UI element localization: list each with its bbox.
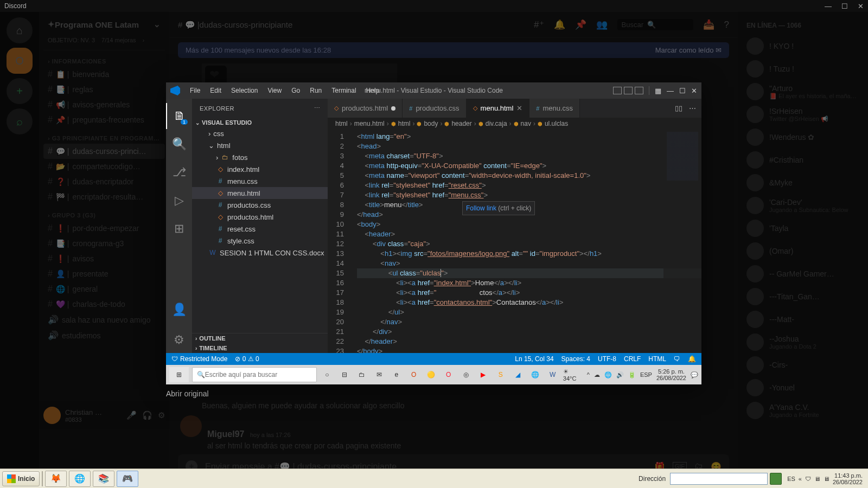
- member-item[interactable]: !SrHeisenTwitter @SrHeisen 📢: [743, 103, 863, 126]
- chrome-taskbar-icon[interactable]: 🌐: [69, 471, 91, 487]
- member-item[interactable]: "Arturo📕 El ayer es historia, el maña…: [743, 80, 863, 103]
- address-input[interactable]: [670, 473, 768, 485]
- network-icon[interactable]: 🌐: [604, 371, 612, 378]
- channel-avisos[interactable]: #📢 | avisos-generales: [43, 97, 165, 112]
- menu-edit[interactable]: Edit: [206, 85, 226, 97]
- tray-chevron-icon[interactable]: «: [799, 476, 802, 482]
- accounts-icon[interactable]: 👤: [166, 299, 192, 325]
- tree-file-prodcss[interactable]: #productos.css: [192, 199, 328, 211]
- chrome-icon[interactable]: 🌐: [528, 368, 542, 382]
- task-view-icon[interactable]: ⊟: [337, 368, 352, 382]
- member-item[interactable]: ! Tuzu !: [743, 57, 863, 80]
- indent-status[interactable]: Spaces: 4: [561, 355, 590, 363]
- category-grupo3[interactable]: › GRUPO 3 (G3): [43, 204, 165, 221]
- language-indicator[interactable]: ES: [787, 476, 795, 482]
- tab-productos-html[interactable]: ◇productos.html: [328, 99, 403, 118]
- category-g3[interactable]: › G3 PRINCIPIANTE EN PROGRAM…: [43, 127, 165, 144]
- security-icon[interactable]: 🛡: [805, 476, 811, 482]
- member-item[interactable]: ! KYO !: [743, 35, 863, 57]
- youtube-icon[interactable]: ▶: [476, 368, 490, 382]
- member-item[interactable]: -- GarMel Gamer…: [743, 262, 863, 285]
- channel-comparte[interactable]: #📂 | compartetucodigo…: [43, 159, 165, 174]
- vscode-taskbar-icon[interactable]: ◢: [511, 368, 525, 382]
- avatar[interactable]: [43, 407, 61, 424]
- opera-icon[interactable]: O: [442, 368, 456, 382]
- member-item[interactable]: A'Yana C.V.Jugando a Fortnite: [743, 399, 863, 422]
- feedback-icon[interactable]: 🗨: [674, 355, 680, 363]
- members-icon[interactable]: 👥: [596, 19, 608, 30]
- cursor-position[interactable]: Ln 15, Col 34: [515, 355, 553, 363]
- explorer-icon[interactable]: 🗎1: [166, 103, 192, 129]
- breadcrumb-segment[interactable]: html: [335, 120, 348, 127]
- edge-icon[interactable]: e: [390, 368, 404, 382]
- window-controls[interactable]: — ☐ ✕: [825, 2, 864, 10]
- onedrive-icon[interactable]: ☁: [594, 371, 600, 378]
- close-icon[interactable]: ✕: [858, 2, 864, 10]
- tree-file-prodhtml[interactable]: ◇productos.html: [192, 211, 328, 223]
- member-item[interactable]: ---Matt-: [743, 308, 863, 331]
- maximize-icon[interactable]: ☐: [841, 2, 848, 10]
- app-icon[interactable]: 🟡: [424, 368, 438, 382]
- help-icon[interactable]: ?: [724, 20, 729, 30]
- avatar[interactable]: [180, 415, 202, 437]
- member-item[interactable]: 'Cari-Dev'Jugando a Subnautica: Below: [743, 194, 863, 217]
- server-header[interactable]: ✦ Programa ONE Latam ⌄: [43, 17, 165, 35]
- tray-icon[interactable]: 🖥: [814, 476, 820, 482]
- open-original-link[interactable]: Abrir original: [166, 389, 209, 398]
- search-input[interactable]: Buscar 🔍: [617, 19, 693, 30]
- notifications-icon[interactable]: 🔔: [554, 19, 565, 30]
- breadcrumb-segment[interactable]: html: [398, 120, 411, 127]
- outline-section[interactable]: ›OUTLINE: [192, 333, 328, 343]
- office-icon[interactable]: O: [407, 368, 421, 382]
- channel-charlas[interactable]: #💜 | charlas-de-todo: [43, 297, 165, 312]
- settings-icon[interactable]: ⚙: [158, 410, 165, 420]
- channel-sala[interactable]: 🔊sala haz una nuevo amigo: [43, 312, 165, 328]
- tab-productos-css[interactable]: #productos.css: [403, 99, 466, 118]
- member-item[interactable]: -Yonuel: [743, 376, 863, 399]
- tree-file-style[interactable]: #style.css: [192, 235, 328, 247]
- language-indicator[interactable]: ESP: [640, 371, 652, 378]
- close-icon[interactable]: ✕: [691, 87, 697, 95]
- channel-bienvenida[interactable]: #📋 | bienvenida: [43, 67, 165, 82]
- breadcrumb-segment[interactable]: body: [424, 120, 438, 127]
- tree-folder-fotos[interactable]: ›🗀fotos: [192, 151, 328, 163]
- minimize-icon[interactable]: —: [825, 2, 832, 10]
- category-info[interactable]: › INFORMACIONES: [43, 50, 165, 67]
- discord-taskbar-icon[interactable]: 🎮: [117, 471, 138, 487]
- breadcrumb-segment[interactable]: nav: [521, 120, 531, 127]
- menu-run[interactable]: Run: [305, 85, 326, 97]
- start-button[interactable]: ⊞: [169, 367, 189, 382]
- word-icon[interactable]: W: [546, 368, 560, 382]
- winrar-taskbar-icon[interactable]: 📚: [93, 471, 114, 487]
- mark-read-button[interactable]: Marcar como leído ✉: [655, 46, 722, 54]
- layout-controls[interactable]: [613, 87, 643, 94]
- inbox-icon[interactable]: 📥: [703, 19, 714, 30]
- battery-icon[interactable]: 🔋: [628, 371, 636, 378]
- add-server-icon[interactable]: +: [7, 78, 33, 104]
- start-button[interactable]: Inicio: [2, 471, 40, 486]
- member-item[interactable]: #Cristhian: [743, 149, 863, 171]
- clock[interactable]: 5:26 p. m.26/08/2022: [656, 368, 686, 381]
- search-icon[interactable]: 🔍: [166, 131, 192, 157]
- pinned-icon[interactable]: 📌: [575, 19, 586, 30]
- problems-indicator[interactable]: ⊘ 0 ⚠ 0: [235, 355, 259, 363]
- deafen-icon[interactable]: 🎧: [142, 410, 152, 420]
- channel-general[interactable]: #🌐 | general: [43, 281, 165, 297]
- threads-icon[interactable]: #⁺: [534, 19, 544, 30]
- windows-search-input[interactable]: 🔍 Escribe aquí para buscar: [192, 367, 317, 382]
- tree-file-reset[interactable]: #reset.css: [192, 223, 328, 235]
- maximize-icon[interactable]: ☐: [679, 87, 686, 95]
- notifications-icon[interactable]: 🔔: [688, 355, 696, 363]
- channel-estudiemos[interactable]: 🔊estudiemos: [43, 328, 165, 343]
- tree-folder-css[interactable]: ›css: [192, 127, 328, 139]
- discord-home-icon[interactable]: ⌂: [7, 17, 33, 43]
- member-item[interactable]: --JoshuaJugando a Dota 2: [743, 331, 863, 354]
- breadcrumb-segment[interactable]: div.caja: [486, 120, 507, 127]
- more-icon[interactable]: ⋯: [314, 105, 321, 112]
- new-messages-bar[interactable]: Más de 100 mensajes nuevos desde las 16:…: [178, 42, 729, 58]
- volume-icon[interactable]: 🔊: [616, 371, 624, 378]
- chrome-gray-icon[interactable]: ◎: [459, 368, 473, 382]
- vscode-titlebar[interactable]: FileEditSelectionViewGoRunTerminalHelp m…: [166, 82, 701, 99]
- vscode-menu[interactable]: FileEditSelectionViewGoRunTerminalHelp: [186, 85, 384, 97]
- member-item[interactable]: (Omar): [743, 240, 863, 262]
